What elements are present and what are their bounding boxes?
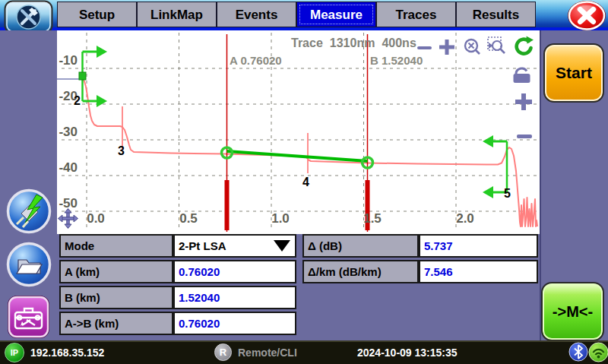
connection-check-button[interactable]: [5, 187, 52, 236]
marker-b-label: B 1.52040: [370, 54, 423, 67]
mode-label: Mode: [59, 234, 173, 258]
left-sidebar: [0, 30, 57, 340]
x-tick: 0.0: [79, 211, 112, 226]
dropdown-arrow-icon: [274, 240, 290, 252]
mode-dropdown[interactable]: 2-Pt LSA: [173, 234, 296, 258]
trace-info: Trace 1310nm 400ns: [291, 36, 416, 50]
marker-b-value-field[interactable]: 1.52040: [173, 286, 296, 309]
remote-mode-label: Remote/CLI: [238, 347, 297, 359]
lsa-fit-segment: [222, 147, 373, 168]
pan-move-icon[interactable]: [58, 208, 78, 229]
apps-menu-button[interactable]: [4, 0, 54, 34]
v-zoom-in-icon[interactable]: [513, 91, 534, 112]
ip-address: 192.168.35.152: [30, 347, 104, 359]
tools-icon: [17, 5, 40, 29]
event-label-2: 2: [74, 94, 81, 108]
store-to-memory-button[interactable]: ->M<-: [541, 282, 604, 341]
x-tick: 2.0: [448, 211, 482, 226]
tab-strip: Setup LinkMap Events Measure Traces Resu…: [57, 2, 536, 27]
mode-value: 2-Pt LSA: [179, 239, 226, 252]
x-tick: 1.5: [356, 211, 389, 226]
event-label-3: 3: [118, 144, 125, 158]
x-tick: 0.5: [172, 211, 205, 226]
tab-events[interactable]: Events: [217, 2, 296, 27]
trace-pulse-width: 400ns: [382, 36, 416, 50]
a-to-b-row: A->B (km) 0.76020: [59, 312, 296, 335]
marker-a-field-label: A (km): [59, 260, 173, 283]
tab-traces[interactable]: Traces: [376, 2, 456, 27]
tab-setup[interactable]: Setup: [57, 2, 137, 27]
tab-measure[interactable]: Measure: [296, 2, 376, 27]
event-label-4: 4: [302, 176, 309, 189]
delta-per-km-row: Δ/km (dB/km) 7.546: [302, 260, 538, 283]
zoom-reset-icon[interactable]: [463, 37, 482, 56]
trace-info-label: Trace: [291, 36, 323, 50]
start-button[interactable]: Start: [543, 43, 604, 103]
ip-badge-icon: IP: [5, 343, 24, 362]
wireless-status-icon: [588, 342, 608, 362]
delta-per-km-label: Δ/km (dB/km): [302, 260, 419, 283]
marker-b-row: B (km) 1.52040: [59, 286, 296, 309]
otdr-chart-area[interactable]: -10 -20 -30 -40 -50 0.0 0.5 1.0 1.5 2.0 …: [57, 30, 540, 234]
delta-db-value: 5.737: [419, 234, 538, 258]
utilities-button[interactable]: [7, 295, 51, 340]
a-to-b-value-field[interactable]: 0.76020: [173, 312, 296, 335]
a-to-b-field-label: A->B (km): [59, 312, 173, 335]
tab-results[interactable]: Results: [456, 2, 536, 27]
trace-wavelength: 1310nm: [330, 36, 375, 50]
lock-icon[interactable]: [511, 64, 534, 84]
v-zoom-out-icon[interactable]: [517, 135, 532, 138]
delta-db-label: Δ (dB): [302, 234, 419, 258]
remote-badge-icon: R: [214, 343, 232, 361]
zoom-window-icon[interactable]: [486, 36, 509, 57]
file-manager-button[interactable]: [5, 240, 52, 289]
h-zoom-in-icon[interactable]: [438, 38, 456, 56]
close-button[interactable]: [566, 0, 607, 31]
grid-lines: [62, 33, 538, 229]
y-tick: -40: [57, 160, 78, 176]
mode-row: Mode 2-Pt LSA: [59, 234, 296, 258]
delta-db-row: Δ (dB) 5.737: [302, 234, 538, 258]
datetime: 2024-10-09 13:15:35: [357, 347, 458, 359]
event-label-5: 5: [504, 187, 511, 201]
marker-a-label: A 0.76020: [230, 54, 282, 67]
otdr-app-screen: Setup LinkMap Events Measure Traces Resu…: [0, 0, 608, 364]
refresh-icon[interactable]: [514, 36, 534, 56]
marker-b-field-label: B (km): [59, 286, 173, 309]
launch-level-marker[interactable]: [79, 46, 107, 107]
otdr-trace-line: [57, 79, 537, 226]
x-tick: 1.0: [264, 211, 297, 226]
marker-a-value-field[interactable]: 0.76020: [173, 260, 296, 283]
delta-per-km-value: 7.546: [419, 260, 538, 283]
marker-a-row: A (km) 0.76020: [59, 260, 296, 283]
y-tick: -10: [57, 53, 78, 68]
tab-linkmap[interactable]: LinkMap: [137, 2, 217, 27]
h-zoom-out-icon[interactable]: [417, 46, 432, 49]
bluetooth-icon: [568, 342, 588, 362]
y-tick: -30: [57, 125, 78, 140]
otdr-chart-canvas: [57, 30, 540, 233]
